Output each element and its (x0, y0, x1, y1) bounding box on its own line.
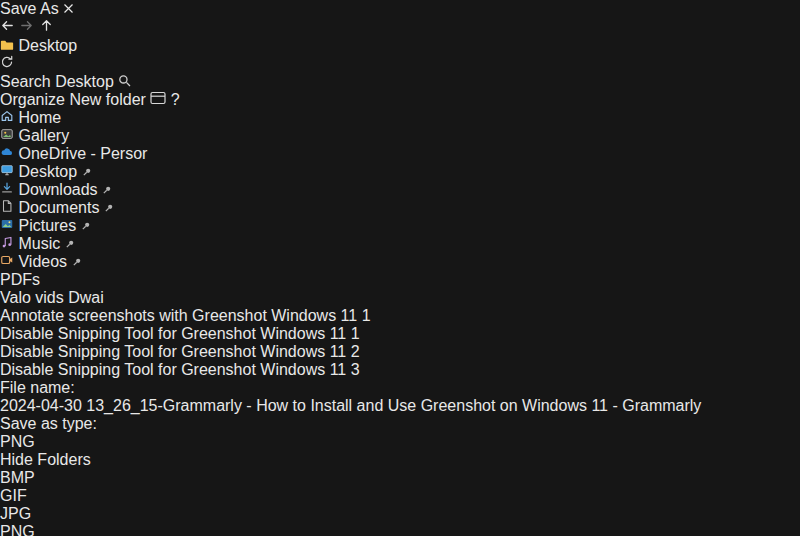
save-type-option-gif[interactable]: GIF (0, 487, 800, 505)
file-name: Annotate screenshots with Greenshot Wind… (0, 307, 800, 325)
sidebar-item-gallery[interactable]: Gallery (0, 127, 800, 145)
close-icon (63, 3, 74, 14)
sidebar-item-label: Pictures (18, 217, 76, 234)
sidebar-item-downloads[interactable]: Downloads (0, 181, 800, 199)
downloads-icon (0, 181, 18, 198)
file-tile-disable-snipping-2[interactable]: Disable Snipping Tool for Greenshot Wind… (0, 343, 800, 361)
address-bar[interactable]: Desktop (0, 37, 800, 55)
sidebar-item-label: Music (18, 235, 60, 252)
arrow-left-icon (0, 18, 15, 33)
save-type-option-png[interactable]: PNG (0, 523, 800, 536)
file-tile-annotate-screenshots-1[interactable]: Annotate screenshots with Greenshot Wind… (0, 307, 800, 325)
sidebar-item-desktop[interactable]: Desktop (0, 163, 800, 181)
sidebar-item-pictures[interactable]: Pictures (0, 217, 800, 235)
save-as-type-value: PNG (0, 433, 35, 450)
home-icon (0, 109, 18, 126)
gallery-icon (0, 127, 18, 144)
save-type-option-jpg[interactable]: JPG (0, 505, 800, 523)
command-toolbar: Organize New folder ? (0, 91, 800, 109)
file-name: Valo vids Dwai (0, 289, 800, 307)
save-type-option-bmp[interactable]: BMP (0, 469, 800, 487)
new-folder-button[interactable]: New folder (69, 91, 150, 108)
search-input[interactable]: Search Desktop (0, 73, 800, 91)
breadcrumb-desktop[interactable]: Desktop (18, 37, 77, 54)
sidebar-item-label: Downloads (18, 181, 97, 198)
file-tile-disable-snipping-1[interactable]: Disable Snipping Tool for Greenshot Wind… (0, 325, 800, 343)
title-bar: Save As (0, 0, 800, 18)
refresh-button[interactable] (0, 55, 14, 72)
file-tile-disable-snipping-3[interactable]: Disable Snipping Tool for Greenshot Wind… (0, 361, 800, 379)
up-button[interactable] (39, 19, 54, 36)
new-folder-label: New folder (69, 91, 145, 108)
hide-folders-label: Hide Folders (0, 451, 91, 468)
desktop-monitor-icon (0, 163, 18, 180)
documents-icon (0, 199, 18, 216)
help-button[interactable]: ? (171, 91, 180, 108)
save-as-type-label: Save as type: (0, 415, 97, 432)
folder-icon (0, 39, 14, 51)
save-as-dialog: Save As (0, 0, 800, 469)
pin-icon (104, 199, 114, 216)
file-name: Disable Snipping Tool for Greenshot Wind… (0, 361, 800, 379)
file-name-row: File name: 2024-04-30 13_26_15-Grammarly… (0, 379, 800, 415)
file-tile-valo-vids-dwai[interactable]: Valo vids Dwai (0, 289, 800, 307)
file-name-value: 2024-04-30 13_26_15-Grammarly - How to I… (0, 397, 701, 414)
sidebar-item-music[interactable]: Music (0, 235, 800, 253)
organize-label: Organize (0, 91, 65, 108)
sidebar-item-label: Documents (18, 199, 99, 216)
save-type-dropdown-list: BMP GIF JPG PNG TIFF GREENSHOT ICO (0, 469, 800, 536)
dialog-content: Home Gallery OneDrive - Persor (0, 109, 800, 379)
refresh-icon (0, 55, 14, 69)
file-name: Disable Snipping Tool for Greenshot Wind… (0, 325, 800, 343)
file-tile-pdfs[interactable]: PDFs (0, 271, 800, 289)
hide-folders-button[interactable]: Hide Folders (0, 451, 800, 469)
file-name: Disable Snipping Tool for Greenshot Wind… (0, 343, 800, 361)
forward-button[interactable] (19, 19, 38, 36)
file-name: PDFs (0, 271, 800, 289)
videos-icon (0, 253, 18, 270)
sidebar-item-label: Desktop (18, 163, 77, 180)
sidebar-item-videos[interactable]: Videos (0, 253, 800, 271)
arrow-up-icon (39, 18, 54, 33)
desktop-wallpaper (752, 104, 800, 348)
pictures-icon (0, 217, 18, 234)
sidebar-item-label: OneDrive - Persor (18, 145, 147, 162)
view-options-button[interactable] (150, 91, 170, 108)
file-name-input[interactable]: 2024-04-30 13_26_15-Grammarly - How to I… (0, 397, 800, 415)
file-list-area: PDFs Valo vids Dwai (0, 271, 800, 379)
close-button[interactable] (63, 0, 74, 17)
sidebar-item-label: Gallery (18, 127, 69, 144)
window-title: Save As (0, 0, 59, 17)
toolbar-right-group: ? (150, 91, 179, 108)
music-icon (0, 235, 18, 252)
sidebar-item-documents[interactable]: Documents (0, 199, 800, 217)
onedrive-cloud-icon (0, 145, 18, 162)
search-icon (118, 73, 131, 90)
navigation-bar: Desktop Search Desktop (0, 18, 800, 91)
sidebar-item-onedrive[interactable]: OneDrive - Persor (0, 145, 800, 163)
navigation-sidebar: Home Gallery OneDrive - Persor (0, 109, 800, 271)
pin-icon (81, 217, 91, 234)
desktop-background: Save As (0, 0, 800, 536)
save-as-type-row: Save as type: PNG (0, 415, 800, 451)
view-options-icon (150, 91, 166, 105)
organize-button[interactable]: Organize (0, 91, 69, 108)
back-button[interactable] (0, 19, 19, 36)
arrow-right-icon (19, 18, 34, 33)
sidebar-item-label: Home (18, 109, 61, 126)
pin-icon (82, 163, 92, 180)
search-placeholder: Search Desktop (0, 73, 114, 90)
sidebar-item-home[interactable]: Home (0, 109, 800, 127)
pin-icon (65, 235, 75, 252)
pin-icon (72, 253, 82, 270)
sidebar-item-label: Videos (18, 253, 67, 270)
file-grid-row-1: PDFs Valo vids Dwai (0, 271, 800, 379)
save-as-type-combobox[interactable]: PNG (0, 433, 800, 451)
pin-icon (102, 181, 112, 198)
file-name-label: File name: (0, 379, 75, 396)
